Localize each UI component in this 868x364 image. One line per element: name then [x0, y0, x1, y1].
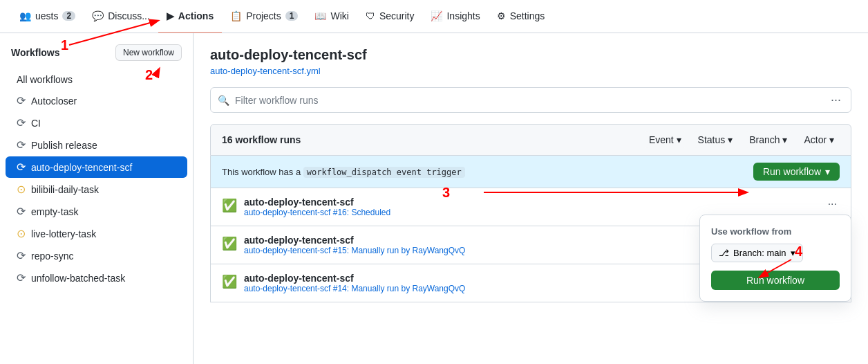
workflow-icon-publish-release: ⟳ — [17, 138, 26, 152]
discuss-icon: 💬 — [92, 10, 104, 21]
success-icon-1: ✅ — [222, 198, 237, 213]
filter-event-button[interactable]: Event ▾ — [643, 131, 687, 148]
nav-item-insights[interactable]: 📈 Insights — [422, 0, 488, 33]
sidebar-item-repo-sync[interactable]: ⟳ repo-sync — [6, 245, 187, 266]
sidebar-item-publish-release[interactable]: ⟳ Publish release — [6, 134, 187, 156]
sidebar-item-empty-task[interactable]: ⟳ empty-task — [6, 201, 187, 222]
run-workflow-button[interactable]: Run workflow ▾ — [753, 163, 840, 181]
nav-item-security[interactable]: 🛡 Security — [357, 0, 423, 33]
empty-task-label: empty-task — [31, 206, 78, 217]
run-more-button-1[interactable]: ··· — [825, 197, 840, 212]
run-sub-1[interactable]: auto-deploy-tencent-scf #16: Scheduled — [244, 208, 390, 217]
popup-title: Use workflow from — [711, 226, 840, 237]
layout: Workflows New workflow All workflows ⟳ A… — [0, 33, 868, 364]
branch-selector-button[interactable]: ⎇ Branch: main ▾ — [711, 244, 803, 262]
repo-sync-label: repo-sync — [31, 251, 73, 262]
dropdown-arrow-icon: ▾ — [825, 166, 830, 177]
search-bar: 🔍 ··· — [210, 87, 851, 113]
sidebar-item-all-workflows[interactable]: All workflows — [6, 70, 187, 89]
sidebar: Workflows New workflow All workflows ⟳ A… — [0, 33, 194, 364]
trigger-description: This workflow has a workflow_dispatch ev… — [222, 167, 465, 177]
search-input[interactable] — [235, 95, 822, 106]
nav-label-actions: Actions — [178, 10, 214, 21]
security-icon: 🛡 — [366, 10, 375, 21]
auto-deploy-label: auto-deploy-tencent-scf — [31, 162, 132, 173]
filter-branch-button[interactable]: Branch ▾ — [744, 131, 793, 148]
workflow-icon-ci: ⟳ — [17, 116, 26, 129]
nav-label-settings: Settings — [510, 10, 545, 21]
sidebar-item-ci[interactable]: ⟳ CI — [6, 112, 187, 134]
workflow-title: auto-deploy-tencent-scf — [210, 47, 851, 63]
workflow-icon-empty-task: ⟳ — [17, 205, 26, 218]
nav-badge-requests: 2 — [62, 11, 75, 21]
sidebar-header: Workflows New workflow — [0, 44, 193, 69]
success-icon-3: ✅ — [222, 274, 237, 289]
run-workflow-popup: Use workflow from ⎇ Branch: main ▾ Run w… — [699, 215, 851, 302]
main-content: auto-deploy-tencent-scf auto-deploy-tenc… — [194, 33, 868, 364]
insights-icon: 📈 — [431, 10, 442, 21]
actions-icon: ▶ — [167, 10, 174, 21]
workflow-icon-repo-sync: ⟳ — [17, 249, 26, 262]
nav-item-requests[interactable]: 👥 uests 2 — [11, 0, 84, 33]
people-icon: 👥 — [19, 10, 31, 21]
sidebar-item-unfollow[interactable]: ⟳ unfollow-batched-task — [6, 267, 187, 289]
wiki-icon: 📖 — [314, 10, 326, 21]
bilibili-label: bilibili-daily-task — [31, 184, 99, 195]
publish-release-label: Publish release — [31, 140, 97, 151]
branch-icon: ⎇ — [719, 248, 729, 258]
new-workflow-button[interactable]: New workflow — [115, 44, 182, 61]
run-name-1[interactable]: auto-deploy-tencent-scf — [244, 197, 390, 208]
unfollow-label: unfollow-batched-task — [31, 273, 125, 284]
workflow-icon-autocloser: ⟳ — [17, 94, 26, 107]
runs-count: 16 workflow runs — [222, 134, 301, 145]
sidebar-item-auto-deploy[interactable]: ⟳ auto-deploy-tencent-scf — [6, 156, 187, 178]
nav-item-projects[interactable]: 📋 Projects 1 — [222, 0, 306, 33]
nav-label-requests: uests — [35, 10, 58, 21]
sidebar-item-autocloser[interactable]: ⟳ Autocloser — [6, 90, 187, 111]
branch-label: Branch: main — [733, 248, 786, 258]
workflow-icon-live-lottery: ⊙ — [17, 227, 26, 240]
nav-label-security: Security — [379, 10, 415, 21]
nav-item-settings[interactable]: ⚙ Settings — [489, 0, 554, 33]
sidebar-title: Workflows — [11, 47, 60, 58]
run-sub-2[interactable]: auto-deploy-tencent-scf #15: Manually ru… — [244, 246, 465, 255]
success-icon-2: ✅ — [222, 236, 237, 251]
nav-item-actions[interactable]: ▶ Actions — [158, 0, 222, 33]
runs-header: 16 workflow runs Event ▾ Status ▾ Branch… — [210, 124, 851, 156]
search-icon: 🔍 — [218, 95, 229, 106]
settings-icon: ⚙ — [497, 10, 506, 21]
nav-label-insights: Insights — [446, 10, 480, 21]
run-name-2[interactable]: auto-deploy-tencent-scf — [244, 235, 465, 246]
autocloser-label: Autocloser — [31, 95, 77, 107]
filter-actor-button[interactable]: Actor ▾ — [798, 131, 840, 148]
workflow-file-link[interactable]: auto-deploy-tencent-scf.yml — [210, 66, 851, 76]
all-workflows-label: All workflows — [17, 74, 73, 85]
ci-label: CI — [31, 118, 41, 129]
trigger-banner: This workflow has a workflow_dispatch ev… — [210, 156, 851, 188]
run-workflow-label: Run workflow — [763, 166, 821, 177]
nav-label-projects: Projects — [246, 10, 281, 21]
popup-run-workflow-button[interactable]: Run workflow — [711, 271, 840, 290]
run-name-3[interactable]: auto-deploy-tencent-scf — [244, 273, 465, 284]
sidebar-item-bilibili[interactable]: ⊙ bilibili-daily-task — [6, 179, 187, 200]
nav-item-wiki[interactable]: 📖 Wiki — [306, 0, 357, 33]
nav-badge-projects: 1 — [285, 11, 299, 21]
nav-label-wiki: Wiki — [330, 10, 348, 21]
sidebar-item-live-lottery[interactable]: ⊙ live-lottery-task — [6, 223, 187, 244]
runs-filters: Event ▾ Status ▾ Branch ▾ Actor ▾ — [643, 131, 840, 148]
workflow-icon-unfollow: ⟳ — [17, 271, 26, 284]
workflow-icon-bilibili: ⊙ — [17, 183, 26, 196]
filter-status-button[interactable]: Status ▾ — [692, 131, 739, 148]
nav-item-discussions[interactable]: 💬 Discuss... — [84, 0, 158, 33]
more-options-button[interactable]: ··· — [828, 91, 844, 109]
projects-icon: 📋 — [230, 10, 242, 21]
live-lottery-label: live-lottery-task — [31, 228, 96, 239]
run-sub-3[interactable]: auto-deploy-tencent-scf #14: Manually ru… — [244, 284, 465, 293]
top-nav: 👥 uests 2 💬 Discuss... ▶ Actions 📋 Proje… — [0, 0, 868, 33]
nav-label-discussions: Discuss... — [108, 10, 150, 21]
branch-dropdown-icon: ▾ — [791, 248, 795, 258]
workflow-icon-auto-deploy: ⟳ — [17, 161, 26, 174]
